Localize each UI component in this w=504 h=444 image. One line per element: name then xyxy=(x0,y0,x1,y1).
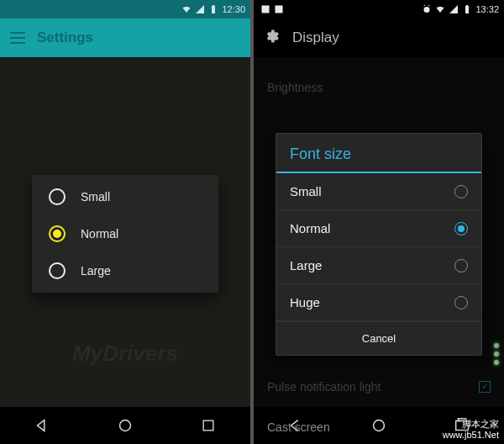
status-bar: 12:30 xyxy=(0,0,250,18)
radio-icon xyxy=(454,185,468,198)
svg-rect-0 xyxy=(212,6,215,13)
nav-back-button[interactable] xyxy=(18,412,66,439)
nav-recent-button[interactable] xyxy=(185,412,232,439)
svg-point-6 xyxy=(424,7,430,13)
option-small[interactable]: Small xyxy=(276,173,481,210)
option-label: Small xyxy=(290,184,322,198)
option-large[interactable]: Large xyxy=(276,247,481,284)
action-bar: Settings xyxy=(0,18,250,57)
signal-icon xyxy=(195,4,205,14)
svg-rect-1 xyxy=(213,5,214,6)
content-area: MyDrivers Small Normal Large xyxy=(0,57,250,407)
radio-icon xyxy=(49,188,66,205)
alarm-icon xyxy=(422,4,432,14)
content-area: Brightness Pulse notification light ✓ Ca… xyxy=(254,57,504,407)
page-title: Display xyxy=(292,29,339,46)
status-bar: 13:32 xyxy=(254,0,504,18)
battery-icon xyxy=(462,4,472,14)
option-label: Normal xyxy=(81,227,118,240)
svg-rect-5 xyxy=(276,6,283,13)
option-small[interactable]: Small xyxy=(32,178,218,215)
option-label: Normal xyxy=(290,221,330,235)
dialog-title: Font size xyxy=(276,134,481,173)
radio-icon xyxy=(454,259,468,272)
cancel-button[interactable]: Cancel xyxy=(276,321,481,355)
screenshot-icon xyxy=(274,4,284,14)
svg-rect-3 xyxy=(203,420,213,431)
radio-icon xyxy=(454,296,468,309)
radio-icon xyxy=(49,225,66,242)
screenshot-icon xyxy=(260,4,270,14)
svg-point-2 xyxy=(120,420,131,431)
action-bar: Display xyxy=(254,18,504,57)
svg-rect-4 xyxy=(262,6,270,13)
option-normal[interactable]: Normal xyxy=(32,215,218,252)
svg-rect-7 xyxy=(465,6,469,13)
gear-icon[interactable] xyxy=(264,28,281,49)
overflow-icon[interactable] xyxy=(494,343,499,365)
clock: 13:32 xyxy=(475,4,499,14)
option-huge[interactable]: Huge xyxy=(276,284,481,321)
option-label: Large xyxy=(290,258,322,272)
radio-icon xyxy=(49,262,66,279)
option-large[interactable]: Large xyxy=(32,252,218,289)
clock: 12:30 xyxy=(222,4,245,14)
option-normal[interactable]: Normal xyxy=(276,210,481,247)
option-label: Large xyxy=(81,264,111,278)
wifi-icon xyxy=(435,4,445,14)
signal-icon xyxy=(449,4,459,14)
nav-home-button[interactable] xyxy=(102,412,149,439)
font-size-dialog: Font size Small Normal Large Huge Cancel xyxy=(276,133,482,356)
option-label: Huge xyxy=(290,295,320,309)
battery-icon xyxy=(208,4,218,14)
svg-rect-8 xyxy=(466,5,468,6)
menu-icon[interactable] xyxy=(10,32,25,44)
phone-right: 13:32 Display Brightness Pulse notificat… xyxy=(254,0,504,444)
row-label: Cast screen xyxy=(267,420,330,434)
option-label: Small xyxy=(81,190,110,204)
wifi-icon xyxy=(181,4,192,14)
cast-row[interactable]: Cast screen xyxy=(267,409,491,444)
nav-bar xyxy=(0,407,250,444)
page-title: Settings xyxy=(37,29,93,46)
watermark-mydrivers: MyDrivers xyxy=(0,341,250,367)
phone-left: 12:30 Settings MyDrivers Small Normal La… xyxy=(0,0,250,444)
radio-icon xyxy=(454,222,468,235)
font-size-dialog: Small Normal Large xyxy=(32,175,218,293)
